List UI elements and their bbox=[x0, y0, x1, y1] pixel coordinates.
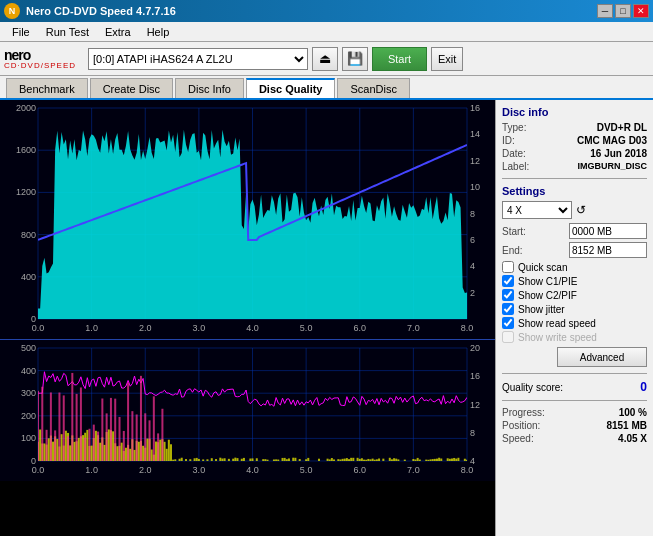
toolbar: nero CD·DVD/SPEED [0:0] ATAPI iHAS624 A … bbox=[0, 42, 653, 76]
end-input[interactable] bbox=[569, 242, 647, 258]
show-c1pie-label[interactable]: Show C1/PIE bbox=[518, 276, 577, 287]
type-row: Type: DVD+R DL bbox=[502, 122, 647, 133]
start-input[interactable] bbox=[569, 223, 647, 239]
tab-benchmark[interactable]: Benchmark bbox=[6, 78, 88, 98]
start-label: Start: bbox=[502, 226, 526, 237]
separator-1 bbox=[502, 178, 647, 179]
eject-icon-button[interactable]: ⏏ bbox=[312, 47, 338, 71]
position-label: Position: bbox=[502, 420, 540, 431]
main-content: PI Errors Average: 726.55 Maximum: 1735 … bbox=[0, 100, 653, 536]
quick-scan-checkbox[interactable] bbox=[502, 261, 514, 273]
progress-progress-row: Progress: 100 % bbox=[502, 407, 647, 418]
c1pie-row: Show C1/PIE bbox=[502, 275, 647, 287]
show-c1pie-checkbox[interactable] bbox=[502, 275, 514, 287]
jitter-row: Show jitter bbox=[502, 303, 647, 315]
quality-score-value: 0 bbox=[640, 380, 647, 394]
show-write-speed-label: Show write speed bbox=[518, 332, 597, 343]
minimize-button[interactable]: ─ bbox=[597, 4, 613, 18]
right-panel: Disc info Type: DVD+R DL ID: CMC MAG D03… bbox=[495, 100, 653, 536]
disc-label-value: IMGBURN_DISC bbox=[577, 161, 647, 172]
nero-logo: nero CD·DVD/SPEED bbox=[4, 48, 76, 70]
c2pif-row: Show C2/PIF bbox=[502, 289, 647, 301]
nero-logo-bottom: CD·DVD/SPEED bbox=[4, 62, 76, 70]
tab-disc-info[interactable]: Disc Info bbox=[175, 78, 244, 98]
show-read-speed-label[interactable]: Show read speed bbox=[518, 318, 596, 329]
start-button[interactable]: Start bbox=[372, 47, 427, 71]
position-value: 8151 MB bbox=[606, 420, 647, 431]
separator-3 bbox=[502, 400, 647, 401]
start-row: Start: bbox=[502, 223, 647, 239]
tab-create-disc[interactable]: Create Disc bbox=[90, 78, 173, 98]
end-row: End: bbox=[502, 242, 647, 258]
quality-row: Quality score: 0 bbox=[502, 380, 647, 394]
nero-logo-top: nero bbox=[4, 48, 76, 62]
show-jitter-checkbox[interactable] bbox=[502, 303, 514, 315]
tabs-bar: Benchmark Create Disc Disc Info Disc Qua… bbox=[0, 76, 653, 100]
separator-2 bbox=[502, 373, 647, 374]
menu-help[interactable]: Help bbox=[139, 24, 178, 40]
id-value: CMC MAG D03 bbox=[577, 135, 647, 146]
show-c2pif-checkbox[interactable] bbox=[502, 289, 514, 301]
quick-scan-label[interactable]: Quick scan bbox=[518, 262, 567, 273]
disc-info-title: Disc info bbox=[502, 106, 647, 118]
chart-area: PI Errors Average: 726.55 Maximum: 1735 … bbox=[0, 100, 495, 536]
progress-label: Progress: bbox=[502, 407, 545, 418]
close-button[interactable]: ✕ bbox=[633, 4, 649, 18]
read-speed-row: Show read speed bbox=[502, 317, 647, 329]
quick-scan-row: Quick scan bbox=[502, 261, 647, 273]
date-row: Date: 16 Jun 2018 bbox=[502, 148, 647, 159]
title-bar-left: N Nero CD-DVD Speed 4.7.7.16 bbox=[4, 3, 176, 19]
menu-file[interactable]: File bbox=[4, 24, 38, 40]
settings-title: Settings bbox=[502, 185, 647, 197]
date-label: Date: bbox=[502, 148, 526, 159]
save-icon-button[interactable]: 💾 bbox=[342, 47, 368, 71]
progress-value: 100 % bbox=[619, 407, 647, 418]
speed-row: 4 X ↺ bbox=[502, 201, 647, 219]
date-value: 16 Jun 2018 bbox=[590, 148, 647, 159]
id-label: ID: bbox=[502, 135, 515, 146]
show-c2pif-label[interactable]: Show C2/PIF bbox=[518, 290, 577, 301]
show-jitter-label[interactable]: Show jitter bbox=[518, 304, 565, 315]
type-value: DVD+R DL bbox=[597, 122, 647, 133]
speed-label: Speed: bbox=[502, 433, 534, 444]
quality-score-label: Quality score: bbox=[502, 382, 563, 393]
chart-top bbox=[0, 100, 495, 340]
drive-select[interactable]: [0:0] ATAPI iHAS624 A ZL2U bbox=[88, 48, 308, 70]
show-write-speed-checkbox bbox=[502, 331, 514, 343]
refresh-icon[interactable]: ↺ bbox=[576, 203, 586, 217]
write-speed-row: Show write speed bbox=[502, 331, 647, 343]
chart-bottom bbox=[0, 340, 495, 536]
title-bar: N Nero CD-DVD Speed 4.7.7.16 ─ □ ✕ bbox=[0, 0, 653, 22]
tab-disc-quality[interactable]: Disc Quality bbox=[246, 78, 336, 98]
disc-label-label: Label: bbox=[502, 161, 529, 172]
speed-row: Speed: 4.05 X bbox=[502, 433, 647, 444]
maximize-button[interactable]: □ bbox=[615, 4, 631, 18]
menu-bar: File Run Test Extra Help bbox=[0, 22, 653, 42]
end-label: End: bbox=[502, 245, 523, 256]
tab-scan-disc[interactable]: ScanDisc bbox=[337, 78, 409, 98]
menu-run-test[interactable]: Run Test bbox=[38, 24, 97, 40]
menu-extra[interactable]: Extra bbox=[97, 24, 139, 40]
type-label: Type: bbox=[502, 122, 526, 133]
window-title: Nero CD-DVD Speed 4.7.7.16 bbox=[26, 5, 176, 17]
title-controls[interactable]: ─ □ ✕ bbox=[597, 4, 649, 18]
exit-button[interactable]: Exit bbox=[431, 47, 463, 71]
position-row: Position: 8151 MB bbox=[502, 420, 647, 431]
show-read-speed-checkbox[interactable] bbox=[502, 317, 514, 329]
speed-value: 4.05 X bbox=[618, 433, 647, 444]
disc-label-row: Label: IMGBURN_DISC bbox=[502, 161, 647, 172]
app-icon: N bbox=[4, 3, 20, 19]
speed-select[interactable]: 4 X bbox=[502, 201, 572, 219]
id-row: ID: CMC MAG D03 bbox=[502, 135, 647, 146]
advanced-button[interactable]: Advanced bbox=[557, 347, 647, 367]
